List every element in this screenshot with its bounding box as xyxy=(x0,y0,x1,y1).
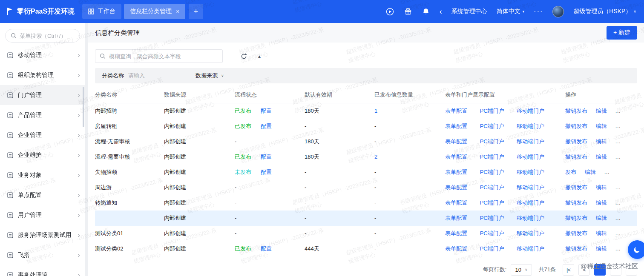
edit-link[interactable]: 编辑 xyxy=(596,123,607,129)
edit-link[interactable]: 编辑 xyxy=(585,169,596,175)
publish-toggle-link[interactable]: 撤销发布 xyxy=(565,123,587,129)
published-count-link[interactable]: - xyxy=(374,169,376,175)
form-config-link[interactable]: 表单配置 xyxy=(445,169,467,175)
pc-portal-link[interactable]: PC端门户 xyxy=(480,108,504,114)
table-row[interactable]: 周边游 内部创建 - - - 表单配置 PC端门户 移动端门户 撤销发布 编辑 … xyxy=(95,180,637,195)
more-actions-link[interactable]: … xyxy=(604,169,610,175)
page-number-button[interactable] xyxy=(626,264,637,276)
published-count-link[interactable]: - xyxy=(374,123,376,129)
form-config-link[interactable]: 表单配置 xyxy=(445,199,467,206)
filter-name-input[interactable]: 请输入 xyxy=(128,72,175,80)
rows-per-page-select[interactable]: 10 ∨ xyxy=(511,264,532,276)
pc-portal-link[interactable]: PC端门户 xyxy=(480,184,504,191)
mobile-portal-link[interactable]: 移动端门户 xyxy=(517,215,544,221)
more-actions-link[interactable]: … xyxy=(615,123,621,129)
sidebar-menu-item[interactable]: 单点配置 › xyxy=(0,185,85,205)
sidebar-menu-item[interactable]: 用户管理 › xyxy=(0,205,85,225)
system-center-link[interactable]: 系统管理中心 xyxy=(451,8,487,15)
table-row[interactable]: 流程-需要审核 内部创建 已发布 配置 180天 2 表单配置 PC端门户 移动… xyxy=(95,149,637,165)
sidebar-scrollbar[interactable] xyxy=(83,87,84,127)
edit-link[interactable]: 编辑 xyxy=(596,108,607,114)
edit-link[interactable]: 编辑 xyxy=(596,154,607,160)
pc-portal-link[interactable]: PC端门户 xyxy=(480,154,504,160)
pc-portal-link[interactable]: PC端门户 xyxy=(480,199,504,206)
sidebar-menu-item[interactable]: 门户管理 › xyxy=(0,85,85,105)
configure-link[interactable]: 配置 xyxy=(261,154,272,160)
pc-portal-link[interactable]: PC端门户 xyxy=(480,169,504,175)
pc-portal-link[interactable]: PC端门户 xyxy=(480,230,504,236)
more-actions-link[interactable]: … xyxy=(615,138,621,145)
mobile-portal-link[interactable]: 移动端门户 xyxy=(517,199,544,206)
edit-link[interactable]: 编辑 xyxy=(596,199,607,206)
sidebar-menu-item[interactable]: 业务对象 › xyxy=(0,165,85,185)
form-config-link[interactable]: 表单配置 xyxy=(445,108,467,114)
published-count-link[interactable]: - xyxy=(374,138,376,145)
edit-link[interactable]: 编辑 xyxy=(596,215,607,221)
mobile-portal-link[interactable]: 移动端门户 xyxy=(517,184,544,191)
table-row[interactable]: 内部创建 - - - 表单配置 PC端门户 移动端门户 撤销发布 编辑 … xyxy=(95,211,637,226)
publish-toggle-link[interactable]: 撤销发布 xyxy=(565,245,587,252)
publish-toggle-link[interactable]: 撤销发布 xyxy=(565,108,587,114)
user-avatar[interactable] xyxy=(552,6,564,17)
fuzzy-search-input[interactable] xyxy=(109,53,218,60)
more-actions-link[interactable]: … xyxy=(615,245,621,252)
configure-link[interactable]: 配置 xyxy=(261,123,272,129)
tab-workbench[interactable]: 工作台 xyxy=(82,4,121,19)
more-actions-link[interactable]: … xyxy=(615,230,621,236)
edit-link[interactable]: 编辑 xyxy=(596,138,607,145)
published-count-link[interactable]: - xyxy=(374,230,376,236)
create-new-button[interactable]: + 新建 xyxy=(607,26,637,40)
table-row[interactable]: 测试分类02 内部创建 已发布 配置 444天 - 表单配置 PC端门户 移动端… xyxy=(95,241,637,256)
publish-toggle-link[interactable]: 发布 xyxy=(565,169,576,175)
published-count-link[interactable]: 1 xyxy=(374,108,377,114)
table-row[interactable]: 失物招领 内部创建 未发布 配置 - - 表单配置 PC端门户 移动端门户 发布… xyxy=(95,165,637,180)
sidebar-menu-item[interactable]: 移动管理 › xyxy=(0,45,85,65)
collapse-left-icon[interactable]: ‹ xyxy=(440,7,442,16)
sidebar-menu-item[interactable]: 服务治理场景测试用 › xyxy=(0,225,85,245)
add-tab-button[interactable]: + xyxy=(189,4,203,19)
form-config-link[interactable]: 表单配置 xyxy=(445,215,467,221)
sidebar-menu-item[interactable]: 产品管理 › xyxy=(0,105,85,125)
page-number-button[interactable] xyxy=(594,264,606,276)
published-count-link[interactable]: - xyxy=(374,245,376,252)
configure-link[interactable]: 配置 xyxy=(261,108,272,114)
mobile-portal-link[interactable]: 移动端门户 xyxy=(517,230,544,236)
pc-portal-link[interactable]: PC端门户 xyxy=(480,245,504,252)
menu-search-input[interactable] xyxy=(20,33,75,39)
menu-search-box[interactable] xyxy=(5,29,80,43)
sidebar-menu-item[interactable]: 飞搭 › xyxy=(0,245,85,265)
mobile-portal-link[interactable]: 移动端门户 xyxy=(517,138,544,145)
filter-source-select[interactable]: 数据来源 ∨ xyxy=(196,72,224,80)
mobile-portal-link[interactable]: 移动端门户 xyxy=(517,169,544,175)
more-actions-link[interactable]: … xyxy=(615,108,621,114)
publish-toggle-link[interactable]: 撤销发布 xyxy=(565,230,587,236)
more-menu-icon[interactable]: ··· xyxy=(534,8,543,15)
tab-info-category[interactable]: 信息栏分类管理 × xyxy=(124,4,185,19)
sidebar-menu-item[interactable]: 企业维护 › xyxy=(0,145,85,165)
user-menu[interactable]: 超级管理员（HSKP） ∨ xyxy=(573,8,636,15)
page-number-button[interactable] xyxy=(610,264,621,276)
edit-link[interactable]: 编辑 xyxy=(596,230,607,236)
table-row[interactable]: 转岗通知 内部创建 - - - 表单配置 PC端门户 移动端门户 撤销发布 编辑… xyxy=(95,195,637,211)
collapse-panel-icon[interactable]: ▲ xyxy=(257,54,262,59)
table-row[interactable]: 测试分类01 内部创建 - - - 表单配置 PC端门户 移动端门户 撤销发布 … xyxy=(95,226,637,241)
form-config-link[interactable]: 表单配置 xyxy=(445,154,467,160)
configure-link[interactable]: 配置 xyxy=(261,245,272,252)
form-config-link[interactable]: 表单配置 xyxy=(445,245,467,252)
floating-help-button[interactable] xyxy=(628,240,644,259)
form-config-link[interactable]: 表单配置 xyxy=(445,184,467,191)
pc-portal-link[interactable]: PC端门户 xyxy=(480,215,504,221)
published-count-link[interactable]: - xyxy=(374,199,376,206)
form-config-link[interactable]: 表单配置 xyxy=(445,123,467,129)
more-actions-link[interactable]: … xyxy=(615,184,621,191)
publish-toggle-link[interactable]: 撤销发布 xyxy=(565,199,587,206)
first-page-button[interactable]: |< xyxy=(563,264,574,276)
refresh-icon[interactable] xyxy=(241,53,247,60)
sidebar-menu-item[interactable]: 组织架构管理 › xyxy=(0,65,85,85)
configure-link[interactable]: 配置 xyxy=(261,169,272,175)
table-row[interactable]: 流程-无需审核 内部创建 - 180天 - 表单配置 PC端门户 移动端门户 撤… xyxy=(95,134,637,149)
more-actions-link[interactable]: … xyxy=(615,215,621,221)
publish-toggle-link[interactable]: 撤销发布 xyxy=(565,215,587,221)
mobile-portal-link[interactable]: 移动端门户 xyxy=(517,123,544,129)
mobile-portal-link[interactable]: 移动端门户 xyxy=(517,154,544,160)
